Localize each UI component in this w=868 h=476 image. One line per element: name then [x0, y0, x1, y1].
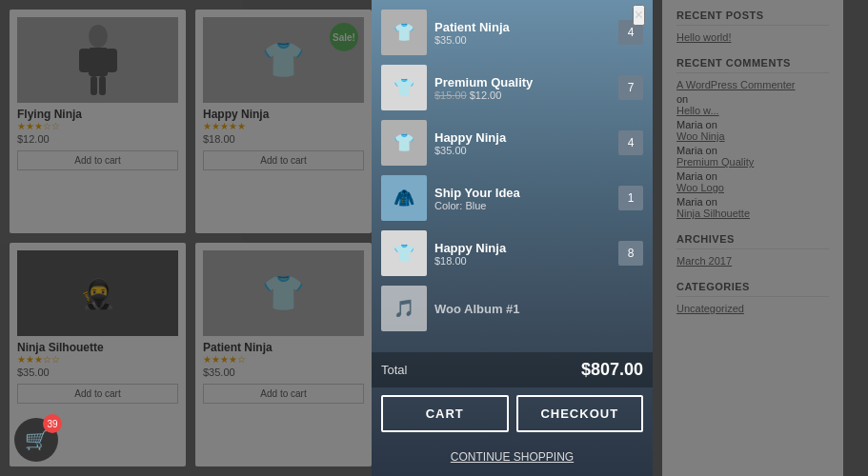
- cart-total-amount: $807.00: [581, 360, 643, 380]
- cart-item-details: Patient Ninja $35.00: [434, 20, 611, 46]
- shirt-icon: 👕: [394, 77, 414, 98]
- cart-item: 👕 Premium Quality $15.00$12.00 7: [381, 65, 643, 110]
- cart-item-price: $15.00$12.00: [434, 89, 611, 101]
- shirt-icon: 👕: [394, 22, 414, 43]
- cart-item-details: Happy Ninja $35.00: [434, 130, 611, 156]
- modal-close-button[interactable]: ×: [633, 5, 645, 26]
- cart-action-buttons: CART CHECKOUT: [372, 387, 653, 440]
- cart-item-name: Woo Album #1: [434, 302, 643, 316]
- cart-item-price: Color: Blue: [434, 200, 611, 211]
- cart-item-image: 👕: [381, 120, 427, 166]
- cart-total-row: Total $807.00: [372, 352, 653, 387]
- cart-total-label: Total: [381, 363, 407, 377]
- cart-badge: 39: [43, 414, 62, 433]
- cart-item-quantity: 8: [618, 241, 643, 266]
- cart-icon-button[interactable]: 🛒 39: [14, 418, 58, 462]
- cart-item-price: $18.00: [434, 255, 611, 267]
- cart-modal: × 👕 Patient Ninja $35.00 4 👕 Premium Qua…: [372, 0, 653, 476]
- cart-item-image: 🎵: [381, 286, 427, 331]
- album-icon: 🎵: [394, 298, 414, 319]
- original-price: $15.00: [434, 89, 467, 101]
- cart-item-details: Happy Ninja $18.00: [434, 241, 611, 267]
- cart-item-details: Ship Your Idea Color: Blue: [434, 186, 611, 211]
- cart-item: 🎵 Woo Album #1: [381, 286, 643, 331]
- cart-item-image: 👕: [381, 230, 427, 276]
- cart-item-quantity: 7: [618, 75, 643, 100]
- cart-item-name: Premium Quality: [434, 75, 611, 89]
- cart-item-quantity: 1: [618, 186, 643, 210]
- cart-item-details: Premium Quality $15.00$12.00: [434, 75, 611, 101]
- shirt-icon: 👕: [394, 132, 414, 153]
- cart-item-name: Ship Your Idea: [434, 186, 611, 200]
- hoodie-icon: 🧥: [394, 188, 414, 208]
- cart-item-details: Woo Album #1: [434, 302, 643, 316]
- cart-button[interactable]: CART: [381, 395, 509, 432]
- cart-item: 🧥 Ship Your Idea Color: Blue 1: [381, 175, 643, 221]
- cart-item-price: $35.00: [434, 145, 611, 156]
- cart-item-image: 🧥: [381, 175, 427, 221]
- cart-item-name: Happy Ninja: [434, 130, 611, 145]
- cart-item-name: Happy Ninja: [434, 241, 611, 255]
- continue-shopping-section: CONTINUE SHOPPING: [372, 440, 653, 476]
- cart-item-price: $35.00: [434, 34, 611, 46]
- cart-item: 👕 Happy Ninja $35.00 4: [381, 120, 643, 166]
- shirt-icon: 👕: [394, 243, 414, 264]
- continue-shopping-link[interactable]: CONTINUE SHOPPING: [451, 450, 574, 464]
- cart-item-quantity: 4: [618, 130, 643, 155]
- cart-item-name: Patient Ninja: [434, 20, 611, 34]
- cart-items-list: 👕 Patient Ninja $35.00 4 👕 Premium Quali…: [372, 0, 653, 352]
- cart-item-image: 👕: [381, 65, 427, 110]
- cart-item: 👕 Happy Ninja $18.00 8: [381, 230, 643, 276]
- cart-item-image: 👕: [381, 10, 427, 55]
- cart-item: 👕 Patient Ninja $35.00 4: [381, 10, 643, 55]
- cart-icon: 🛒: [25, 428, 49, 451]
- checkout-button[interactable]: CHECKOUT: [516, 395, 644, 432]
